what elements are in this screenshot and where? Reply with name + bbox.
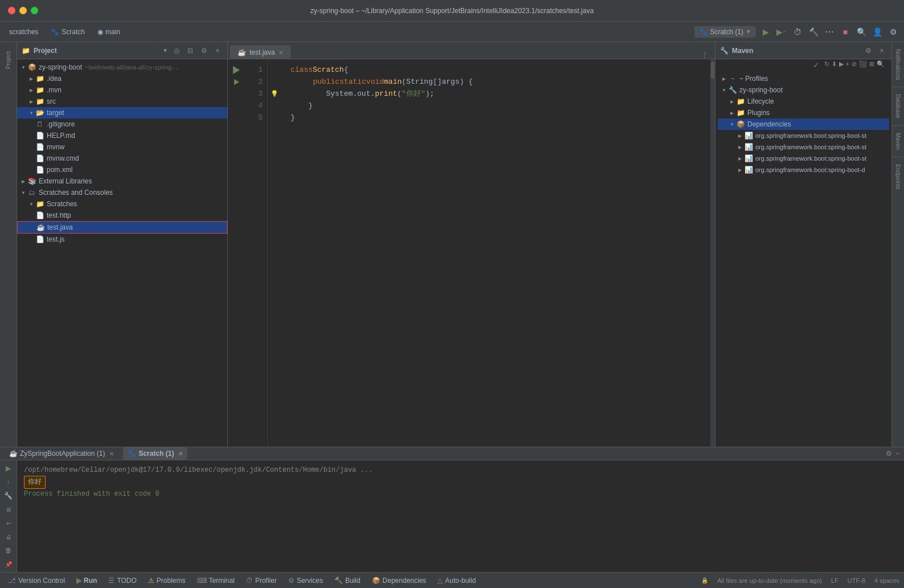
add-icon[interactable]: + — [846, 60, 849, 70]
maven-settings-button[interactable]: ⚙ — [863, 46, 873, 56]
status-build[interactable]: 🔨 Build — [331, 575, 364, 586]
run-coverage-button[interactable]: ▶✓ — [775, 26, 788, 38]
settings-button[interactable]: ⚙ — [887, 26, 899, 38]
tree-item-scratches-folder[interactable]: ▼ 📁 Scratches — [17, 198, 227, 210]
status-profiler[interactable]: ⏱ Profiler — [243, 575, 280, 586]
bottom-collapse-icon[interactable]: − — [895, 450, 899, 458]
rerun-icon-btn[interactable]: ↑ — [3, 476, 14, 488]
close-panel-button[interactable]: × — [212, 46, 223, 56]
status-problems[interactable]: ⚠ Problems — [145, 575, 189, 586]
stop-button[interactable]: ■ — [839, 26, 852, 38]
notifications-strip-label[interactable]: Notifications — [895, 44, 901, 84]
tree-item-mvn[interactable]: ▶ 📁 .mvn — [17, 84, 227, 96]
editor-tab-close[interactable]: ✕ — [279, 50, 283, 56]
project-strip-label[interactable]: Project — [5, 47, 11, 74]
maven-item-root[interactable]: ▼ 🔧 zy-spring-boot — [718, 84, 889, 96]
code-editor[interactable]: class Scratch { public static void main … — [281, 59, 710, 447]
maven-item-plugins[interactable]: ▶ 📁 Plugins — [718, 107, 889, 119]
close-button[interactable] — [8, 7, 15, 14]
run-icon-btn[interactable]: ▶ — [3, 463, 14, 474]
execute-icon[interactable]: ▶ — [839, 60, 844, 70]
run-tab-scratch-close[interactable]: ✕ — [178, 451, 183, 457]
tree-item-idea[interactable]: ▶ 📁 .idea — [17, 73, 227, 84]
run-tab-scratch[interactable]: 🐾 Scratch (1) ✕ — [123, 447, 187, 460]
scrollbar-thumb[interactable] — [711, 62, 714, 79]
diagram-icon[interactable]: ⊞ — [869, 60, 874, 70]
run-tab-app-close[interactable]: ✕ — [109, 451, 114, 457]
maven-item-dep4[interactable]: ▶ 📊 org.springframework.boot:spring-boot… — [718, 164, 889, 175]
run-tab-app[interactable]: ☕ ZySpringBootApplication (1) ✕ — [5, 447, 118, 460]
editor-scrollbar[interactable] — [710, 59, 715, 447]
tree-item-pomxml[interactable]: 📄 pom.xml — [17, 164, 227, 175]
status-run[interactable]: ▶ Run — [73, 575, 100, 586]
run-triangle-icon[interactable] — [233, 66, 240, 74]
user-button[interactable]: 👤 — [871, 26, 883, 38]
tree-item-testjava[interactable]: ☕ test.java — [17, 221, 227, 234]
pin-icon-btn[interactable]: 📌 — [3, 558, 14, 570]
status-bar: ⎇ Version Control ▶ Run ☰ TODO ⚠ Problem… — [0, 572, 904, 588]
minimize-button[interactable] — [19, 7, 27, 14]
maven-item-profiles-header[interactable]: ▶ ~ ~ Profiles — [718, 73, 889, 84]
refresh-icon[interactable]: ↻ — [824, 60, 829, 70]
status-auto-build[interactable]: △ Auto-build — [434, 575, 479, 586]
yellow-bulb-icon[interactable]: 💡 — [271, 90, 279, 97]
build-button[interactable]: 🔨 — [807, 26, 820, 38]
run-line1[interactable] — [228, 64, 245, 76]
status-todo[interactable]: ☰ TODO — [105, 575, 140, 586]
collapse-all-button[interactable]: ⊟ — [185, 46, 195, 56]
trash-icon-btn[interactable]: 🗑 — [3, 545, 14, 556]
status-services[interactable]: ⚙ Services — [285, 575, 326, 586]
status-version-control[interactable]: ⎇ Version Control — [5, 575, 68, 586]
maven-item-dep1[interactable]: ▶ 📊 org.springframework.boot:spring-boot… — [718, 130, 889, 141]
editor-options-button[interactable]: ⋮ — [697, 51, 713, 59]
locate-file-button[interactable]: ◎ — [171, 46, 182, 56]
tree-item-scratches-consoles[interactable]: ▼ 🗂 Scratches and Consoles — [17, 187, 227, 198]
bulb-line3[interactable]: 💡 — [268, 88, 281, 100]
download-icon[interactable]: ⬇ — [832, 60, 837, 70]
bottom-settings-icon[interactable]: ⚙ — [886, 450, 892, 458]
tree-item-helpmd[interactable]: 📄 HELP.md — [17, 130, 227, 141]
maven-item-dep3[interactable]: ▶ 📊 org.springframework.boot:spring-boot… — [718, 153, 889, 164]
toolbar-tab-scratch[interactable]: 🐾 Scratch — [46, 26, 89, 38]
run-button[interactable]: ▶ — [759, 26, 772, 38]
tree-item-src[interactable]: ▶ 📁 src — [17, 96, 227, 107]
toolbar-tab-scratches[interactable]: scratches — [5, 26, 43, 38]
endpoints-strip-label[interactable]: Endpoints — [895, 160, 901, 194]
status-terminal[interactable]: ⌨ Terminal — [194, 575, 238, 586]
maven-item-dependencies[interactable]: ▼ 📦 Dependencies — [718, 119, 889, 130]
run-config-selector[interactable]: 🐾 Scratch (1) ▼ — [694, 26, 756, 38]
tree-item-target[interactable]: ▼ 📂 target — [17, 107, 227, 119]
tree-item-testhttp[interactable]: 📄 test.http — [17, 210, 227, 221]
tree-item-root[interactable]: ▼ 📦 zy-spring-boot ~/web/web-all/java-al… — [17, 62, 227, 73]
tree-item-mvnwcmd[interactable]: 📄 mvnw.cmd — [17, 153, 227, 164]
tree-item-external-libs[interactable]: ▶ 📚 External Libraries — [17, 175, 227, 187]
database-strip-label[interactable]: Database — [895, 89, 901, 123]
toolbar-tab-main[interactable]: ◉ main — [93, 26, 125, 38]
line-ending-label[interactable]: LF — [831, 577, 838, 584]
indent-label[interactable]: 4 spaces — [874, 577, 899, 584]
tree-item-gitignore[interactable]: 🗒 .gitignore — [17, 119, 227, 130]
maven-strip-label[interactable]: Maven — [895, 128, 901, 154]
cancel-run-icon[interactable]: ⬛ — [859, 60, 867, 70]
run-line2[interactable] — [228, 76, 245, 88]
wrench-icon-btn[interactable]: 🔧 — [3, 490, 14, 501]
wrap-icon-btn[interactable]: ↩ — [3, 517, 14, 529]
tree-item-mvnw[interactable]: 📄 mvnw — [17, 141, 227, 153]
panel-settings-button[interactable]: ⚙ — [199, 46, 209, 56]
tree-item-testjs[interactable]: 📄 test.js — [17, 234, 227, 245]
status-dependencies[interactable]: 📦 Dependencies — [369, 575, 430, 586]
skip-icon[interactable]: ⊘ — [852, 60, 857, 70]
search-icon[interactable]: 🔍 — [877, 60, 885, 70]
layout-icon-btn[interactable]: ⊞ — [3, 504, 14, 515]
search-everywhere-button[interactable]: 🔍 — [855, 26, 868, 38]
run-triangle-small-icon[interactable] — [234, 79, 239, 85]
more-options-button[interactable]: ⋯ — [823, 26, 836, 38]
maven-item-dep2[interactable]: ▶ 📊 org.springframework.boot:spring-boot… — [718, 141, 889, 153]
print-icon-btn[interactable]: 🖨 — [3, 531, 14, 542]
maven-close-button[interactable]: × — [877, 46, 887, 56]
maximize-button[interactable] — [31, 7, 38, 14]
profile-button[interactable]: ⏱ — [791, 26, 804, 38]
encoding-label[interactable]: UTF-8 — [848, 577, 865, 584]
editor-tab-testjava[interactable]: ☕ test.java ✕ — [230, 46, 291, 59]
maven-item-lifecycle[interactable]: ▶ 📁 Lifecycle — [718, 96, 889, 107]
